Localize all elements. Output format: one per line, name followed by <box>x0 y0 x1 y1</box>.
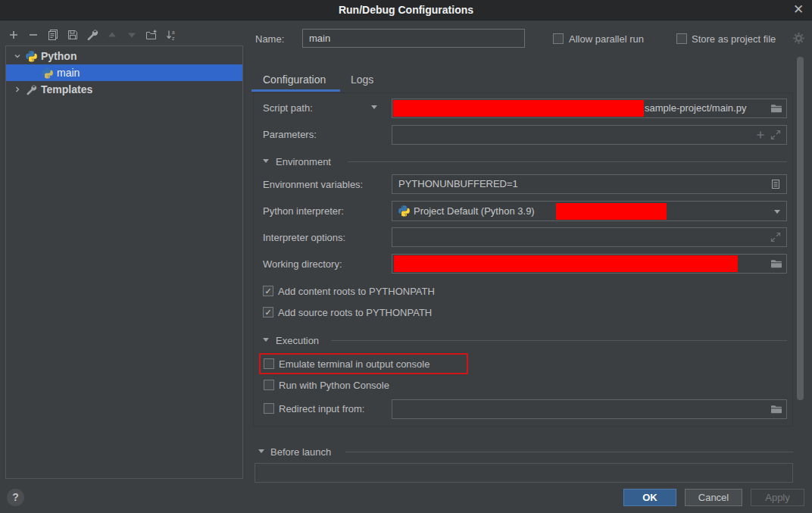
parameters-label: Parameters: <box>263 129 317 140</box>
allow-parallel-run-label: Allow parallel run <box>569 33 644 45</box>
redirect-input-label: Redirect input from: <box>279 403 364 414</box>
new-folder-icon[interactable] <box>145 29 158 41</box>
folder-icon[interactable] <box>770 403 782 415</box>
redirect-input-input[interactable] <box>392 399 787 419</box>
tree-item-python[interactable]: Python <box>6 48 242 64</box>
apply-button[interactable]: Apply <box>751 489 804 506</box>
list-editor-icon[interactable] <box>770 178 782 190</box>
allow-parallel-run-checkbox[interactable] <box>553 33 564 44</box>
environment-variables-input[interactable]: PYTHONUNBUFFERED=1 <box>392 174 787 194</box>
chevron-right-icon[interactable] <box>14 86 21 93</box>
store-as-project-file-label: Store as project file <box>692 33 776 45</box>
environment-section-label: Environment <box>276 156 331 167</box>
tree-item-templates[interactable]: Templates <box>6 81 242 98</box>
before-launch-task-list <box>255 463 793 483</box>
active-tab-underline <box>251 89 340 92</box>
script-path-value: sample-project/main.py <box>645 99 746 117</box>
vertical-scrollbar-thumb[interactable] <box>797 57 804 400</box>
wrench-icon <box>26 84 37 95</box>
help-button[interactable]: ? <box>7 489 24 506</box>
redaction-block <box>394 255 738 272</box>
chevron-down-icon[interactable] <box>14 52 21 60</box>
working-directory-input[interactable] <box>392 254 787 274</box>
emulate-terminal-label: Emulate terminal in output console <box>279 358 429 370</box>
dialog-titlebar: Run/Debug Configurations ✕ <box>0 0 812 20</box>
run-with-python-console-checkbox[interactable] <box>264 380 274 390</box>
tree-item-label: main <box>57 67 80 79</box>
environment-variables-label: Environment variables: <box>263 179 363 190</box>
name-label: Name: <box>255 33 284 45</box>
execution-section-collapse-icon[interactable] <box>263 338 269 342</box>
parameters-input[interactable] <box>392 125 787 145</box>
cancel-button[interactable]: Cancel <box>685 489 742 506</box>
python-interpreter-label: Python interpreter: <box>263 205 344 217</box>
section-divider <box>345 452 793 452</box>
python-icon <box>42 67 53 79</box>
add-source-roots-checkbox[interactable]: ✓ <box>263 307 273 317</box>
interpreter-options-input[interactable] <box>392 227 787 247</box>
folder-icon[interactable] <box>770 102 782 114</box>
environment-variables-value: PYTHONUNBUFFERED=1 <box>398 175 518 193</box>
before-launch-section-label: Before launch <box>270 446 331 458</box>
before-launch-collapse-icon[interactable] <box>258 449 264 453</box>
add-content-roots-label: Add content roots to PYTHONPATH <box>278 286 435 297</box>
python-interpreter-value: Project Default (Python 3.9) <box>414 202 535 221</box>
section-divider <box>331 340 787 341</box>
python-icon <box>398 205 410 217</box>
svg-text:a: a <box>172 30 175 35</box>
add-content-roots-checkbox[interactable]: ✓ <box>263 286 273 296</box>
dialog-title: Run/Debug Configurations <box>339 4 473 16</box>
redaction-block <box>556 203 667 220</box>
chevron-down-icon[interactable] <box>774 210 780 214</box>
edit-templates-icon[interactable] <box>86 29 98 41</box>
python-interpreter-select[interactable]: Project Default (Python 3.9) <box>392 201 787 221</box>
tree-item-main[interactable]: main <box>6 64 242 81</box>
section-divider <box>348 161 787 162</box>
redirect-input-checkbox[interactable] <box>264 403 274 414</box>
run-with-python-console-label: Run with Python Console <box>279 380 389 391</box>
tab-logs[interactable]: Logs <box>351 74 373 86</box>
store-as-project-file-checkbox[interactable] <box>676 33 687 44</box>
tab-configuration[interactable]: Configuration <box>263 74 326 86</box>
python-icon <box>26 51 37 62</box>
add-macro-icon[interactable] <box>754 129 767 141</box>
run-debug-configurations-dialog: Run/Debug Configurations ✕ az Python <box>0 0 812 513</box>
interpreter-options-label: Interpreter options: <box>263 232 345 243</box>
move-down-icon[interactable] <box>126 29 138 41</box>
save-configuration-icon[interactable] <box>67 29 79 41</box>
add-source-roots-label: Add source roots to PYTHONPATH <box>278 307 432 318</box>
tree-item-label: Python <box>41 50 77 62</box>
expand-field-icon[interactable] <box>770 231 782 243</box>
move-up-icon[interactable] <box>106 29 118 41</box>
emulate-terminal-checkbox[interactable] <box>264 358 274 369</box>
execution-section-label: Execution <box>276 335 319 346</box>
working-directory-label: Working directory: <box>263 258 342 270</box>
environment-section-collapse-icon[interactable] <box>263 159 269 163</box>
add-configuration-icon[interactable] <box>8 29 20 41</box>
script-path-label: Script path: <box>263 102 313 114</box>
tree-item-label: Templates <box>41 83 92 95</box>
remove-configuration-icon[interactable] <box>27 29 39 41</box>
name-input[interactable]: main <box>302 29 525 48</box>
copy-configuration-icon[interactable] <box>47 29 59 41</box>
sort-configurations-icon[interactable]: az <box>165 29 177 41</box>
expand-field-icon[interactable] <box>770 129 782 141</box>
script-path-input[interactable]: sample-project/main.py <box>392 99 787 118</box>
ok-button[interactable]: OK <box>623 489 676 506</box>
folder-icon[interactable] <box>770 258 782 270</box>
close-icon[interactable]: ✕ <box>791 0 806 20</box>
configurations-tree: Python main Templates <box>5 45 243 479</box>
svg-text:z: z <box>172 36 174 41</box>
redaction-block <box>393 100 644 117</box>
script-path-chooser-arrow-icon[interactable] <box>371 105 377 109</box>
gear-icon[interactable] <box>792 32 805 45</box>
configurations-toolbar: az <box>8 29 177 41</box>
